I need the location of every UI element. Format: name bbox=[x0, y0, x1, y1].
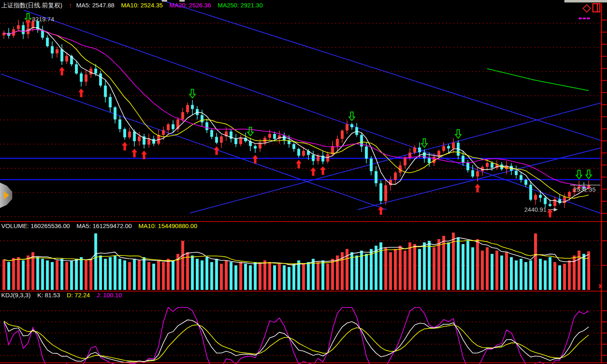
kdj-j-value: J: 100.10 bbox=[97, 292, 122, 298]
ma10-value: MA10: 2524.35 bbox=[121, 2, 163, 9]
last-price-label: 2531.35 bbox=[573, 186, 596, 193]
window-chrome-fragment bbox=[564, 0, 607, 2]
up-arrow-icon: ↑ bbox=[69, 2, 72, 9]
ellipsis-indicator-icon bbox=[579, 14, 591, 21]
chart-title: 上证指数(日线.前复权) bbox=[1, 2, 62, 9]
window-chrome-fragment bbox=[162, 0, 167, 2]
volume-pane-header: VOLUME: 160265536.00 MA5: 161259472.00 M… bbox=[1, 222, 202, 229]
close-pane-icon[interactable]: X bbox=[598, 283, 602, 289]
kdj-indicator-name: KDJ(9,3,3) bbox=[1, 292, 31, 298]
kdj-k-value: K: 81.53 bbox=[37, 292, 60, 298]
high-price-label: 3219.74 bbox=[32, 16, 54, 23]
low-price-label: 2440.91 bbox=[524, 206, 546, 213]
ma5-value: MA5: 2547.88 bbox=[76, 2, 114, 9]
chart-canvas[interactable] bbox=[0, 0, 607, 364]
volume-ma5-value: MA5: 161259472.00 bbox=[77, 222, 132, 229]
volume-ma10-value: MA10: 154490880.00 bbox=[138, 222, 197, 229]
trading-app-window: { "window": {"width": 1482, "height": 88… bbox=[0, 0, 607, 364]
window-chrome-fragment bbox=[179, 0, 185, 2]
expand-arrow-icon bbox=[4, 191, 9, 199]
main-chart-header: 上证指数(日线.前复权) ↑ MA5: 2547.88 MA10: 2524.3… bbox=[1, 2, 268, 9]
kdj-d-value: D: 72.24 bbox=[67, 292, 90, 298]
volume-value: VOLUME: 160265536.00 bbox=[1, 222, 70, 229]
ma250-value: MA250: 2921.30 bbox=[217, 2, 263, 9]
split-window-icon[interactable] bbox=[592, 3, 601, 15]
kdj-pane-header: KDJ(9,3,3) K: 81.53 D: 72.24 J: 100.10 bbox=[1, 292, 127, 298]
ma20-value: MA20: 2526.36 bbox=[170, 2, 211, 9]
